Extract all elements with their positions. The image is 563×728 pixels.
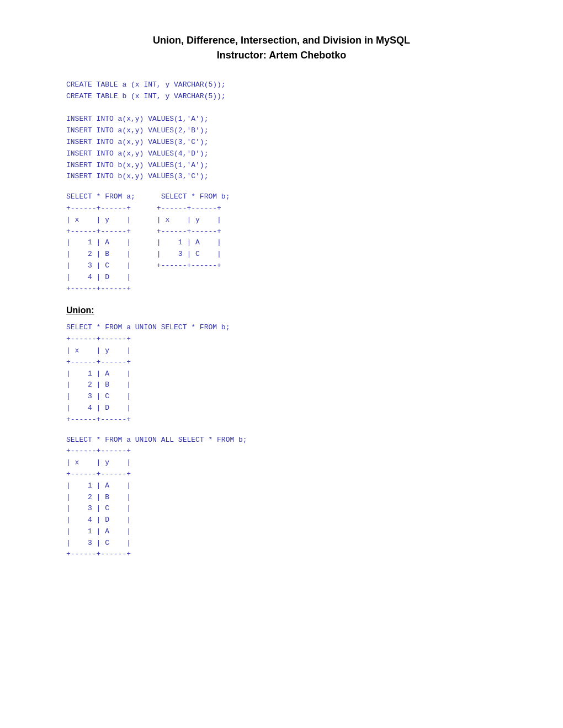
setup-code: CREATE TABLE a (x INT, y VARCHAR(5)); CR… [66, 79, 508, 183]
union-code: SELECT * FROM a UNION SELECT * FROM b; +… [66, 322, 508, 425]
union-heading: Union: [66, 306, 508, 315]
page-title: Union, Difference, Intersection, and Div… [55, 33, 508, 63]
title-line1: Union, Difference, Intersection, and Div… [153, 35, 410, 46]
union-all-code: SELECT * FROM a UNION ALL SELECT * FROM … [66, 435, 508, 561]
content-area: CREATE TABLE a (x INT, y VARCHAR(5)); CR… [66, 79, 508, 560]
select-tables-output: SELECT * FROM a; SELECT * FROM b; +-----… [66, 191, 508, 295]
title-line2: Instructor: Artem Chebotko [217, 50, 346, 61]
